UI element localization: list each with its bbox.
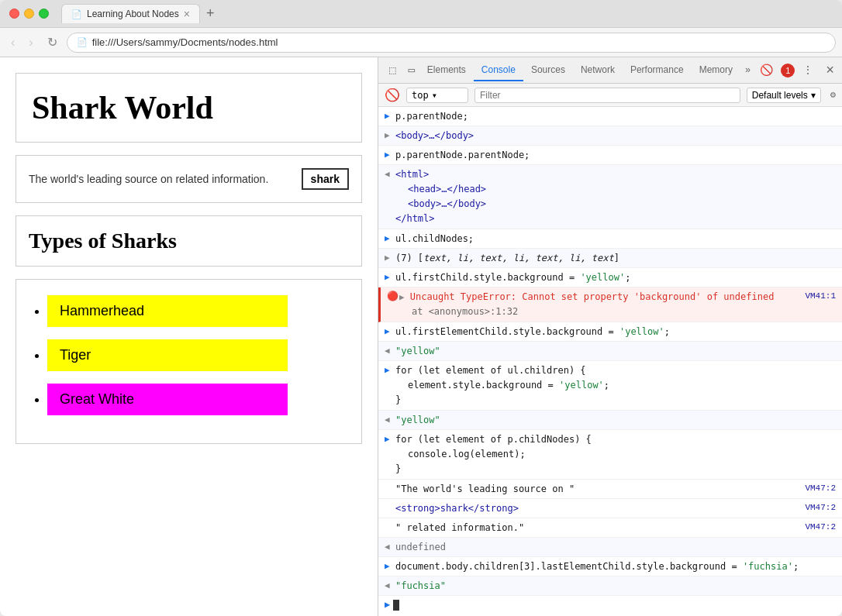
row-text: p.parentNode; — [395, 109, 836, 123]
row-arrow[interactable]: ◀ — [385, 414, 395, 427]
row-text: <html> <head>…</head> <body>…</body> </h… — [395, 167, 836, 226]
tab-performance[interactable]: Performance — [623, 60, 692, 81]
context-arrow: ▾ — [432, 90, 437, 101]
row-arrow[interactable]: ◀ — [385, 580, 395, 593]
default-levels-selector[interactable]: Default levels ▾ — [747, 88, 821, 103]
types-box: Types of Sharks — [16, 215, 362, 267]
row-text: for (let element of ul.children) { eleme… — [395, 363, 836, 408]
row-arrow[interactable]: ▶ — [385, 110, 395, 123]
tab-bar: 📄 Learning About Nodes × + — [61, 4, 220, 23]
row-text: (7) [text, li, text, li, text, li, text] — [395, 251, 836, 265]
tab-network[interactable]: Network — [573, 60, 623, 81]
console-log-line-3: " related information." VM47:2 — [378, 518, 842, 538]
nav-bar: ‹ › ↻ 📄 file:///Users/sammy/Docments/nod… — [0, 28, 842, 57]
row-arrow[interactable]: ▶ — [385, 364, 395, 377]
main-area: Shark World The world's leading source o… — [0, 57, 842, 616]
close-button[interactable] — [9, 9, 19, 19]
row-arrow[interactable]: ▶ — [385, 325, 395, 339]
console-line-2: ▶ <body>…</body> — [378, 126, 842, 146]
error-count-badge: 1 — [781, 64, 795, 77]
console-output: ▶ p.parentNode; ▶ <body>…</body> ▶ p.par… — [378, 107, 842, 616]
list-item: Hammerhead — [47, 295, 346, 327]
console-line-10: ▶ for (let element of ul.children) { ele… — [378, 361, 842, 411]
address-text: file:///Users/sammy/Docments/nodes.html — [92, 36, 278, 48]
execution-context-selector[interactable]: top ▾ — [406, 88, 468, 103]
log-link-2[interactable]: VM47:2 — [799, 501, 836, 514]
console-line-1: ▶ p.parentNode; — [378, 107, 842, 126]
new-tab-button[interactable]: + — [200, 5, 221, 22]
log-link-1[interactable]: VM47:2 — [799, 482, 836, 495]
tab-memory[interactable]: Memory — [692, 60, 740, 81]
row-text: document.body.children[3].lastElementChi… — [395, 559, 836, 573]
back-button[interactable]: ‹ — [6, 33, 19, 53]
title-bar: 📄 Learning About Nodes × + — [0, 0, 842, 28]
console-toolbar: 🚫 top ▾ Default levels ▾ ⚙ — [378, 84, 842, 107]
traffic-lights — [9, 9, 49, 19]
minimize-button[interactable] — [24, 9, 34, 19]
console-settings-icon[interactable]: ⚙ — [830, 89, 836, 101]
info-box: The world's leading source on related in… — [16, 155, 362, 203]
cursor-blink — [393, 600, 399, 611]
cursor-prompt: ▶ — [385, 599, 390, 611]
row-text: "fuchsia" — [395, 579, 836, 593]
context-label: top — [412, 90, 429, 101]
console-filter-input[interactable] — [474, 88, 740, 103]
shark-great-white: Great White — [47, 384, 288, 415]
levels-arrow: ▾ — [811, 90, 816, 101]
row-arrow[interactable]: ▶ — [385, 149, 395, 162]
row-text: ▶ Uncaught TypeError: Cannot set propert… — [399, 290, 799, 319]
console-line-14: ▶ document.body.children[3].lastElementC… — [378, 557, 842, 576]
console-error-row: 🔴 ▶ Uncaught TypeError: Cannot set prope… — [378, 287, 842, 322]
row-arrow[interactable]: ◀ — [385, 541, 395, 554]
address-bar[interactable]: 📄 file:///Users/sammy/Docments/nodes.htm… — [67, 33, 836, 53]
strong-word: shark — [302, 168, 349, 190]
browser-window: 📄 Learning About Nodes × + ‹ › ↻ 📄 file:… — [0, 0, 842, 616]
row-text: "yellow" — [395, 344, 836, 358]
devtools-close-button[interactable]: × — [821, 63, 839, 78]
console-line-15: ◀ "fuchsia" — [378, 576, 842, 596]
types-heading: Types of Sharks — [29, 229, 349, 253]
more-tabs-button[interactable]: » — [740, 60, 755, 81]
console-line-3: ▶ p.parentNode.parentNode; — [378, 146, 842, 165]
tab-close-button[interactable]: × — [184, 8, 190, 20]
tab-elements[interactable]: Elements — [419, 60, 474, 81]
shark-hammerhead: Hammerhead — [47, 295, 288, 327]
devtools-panel: ⬚ ▭ Elements Console Sources Network Per… — [378, 57, 842, 616]
row-arrow[interactable]: ▶ — [385, 252, 395, 265]
error-link[interactable]: VM41:1 — [799, 290, 836, 303]
devtools-left-icons: ⬚ ▭ — [385, 60, 419, 80]
levels-label: Default levels — [752, 90, 808, 101]
list-item: Great White — [47, 384, 346, 415]
console-line-7: ▶ ul.firstChild.style.background = 'yell… — [378, 268, 842, 287]
console-line-11: ◀ "yellow" — [378, 411, 842, 430]
console-line-8: ▶ ul.firstElementChild.style.background … — [378, 322, 842, 342]
row-arrow[interactable]: ▶ — [385, 232, 395, 246]
row-arrow[interactable]: ▶ — [385, 271, 395, 284]
page-title: Shark World — [32, 89, 346, 126]
tab-console[interactable]: Console — [474, 60, 523, 81]
row-arrow[interactable]: ▶ — [385, 129, 395, 143]
row-text: "yellow" — [395, 413, 836, 427]
row-arrow[interactable]: ◀ — [385, 168, 395, 181]
console-line-4: ◀ <html> <head>…</head> <body>…</body> <… — [378, 165, 842, 229]
forward-button[interactable]: › — [24, 33, 37, 53]
row-text: <strong>shark</strong> — [395, 501, 799, 515]
row-arrow[interactable]: ▶ — [385, 433, 395, 446]
row-arrow[interactable]: ▶ — [399, 293, 405, 302]
console-log-line-2: <strong>shark</strong> VM47:2 — [378, 499, 842, 518]
tab-sources[interactable]: Sources — [523, 60, 573, 81]
inspect-element-icon[interactable]: ⬚ — [385, 60, 400, 80]
browser-tab[interactable]: 📄 Learning About Nodes × — [61, 4, 200, 23]
devtools-settings-icon[interactable]: ⋮ — [798, 60, 818, 80]
console-line-9: ◀ "yellow" — [378, 342, 842, 361]
shark-tiger: Tiger — [47, 339, 288, 371]
maximize-button[interactable] — [39, 9, 49, 19]
row-arrow[interactable]: ◀ — [385, 345, 395, 358]
console-clear-button[interactable]: 🚫 — [385, 88, 400, 103]
error-icon: 🔴 — [387, 290, 399, 304]
log-link-3[interactable]: VM47:2 — [799, 521, 836, 534]
device-toolbar-icon[interactable]: ▭ — [403, 60, 419, 80]
console-input-row[interactable]: ▶ — [378, 596, 842, 614]
row-arrow[interactable]: ▶ — [385, 560, 395, 573]
reload-button[interactable]: ↻ — [43, 32, 62, 53]
